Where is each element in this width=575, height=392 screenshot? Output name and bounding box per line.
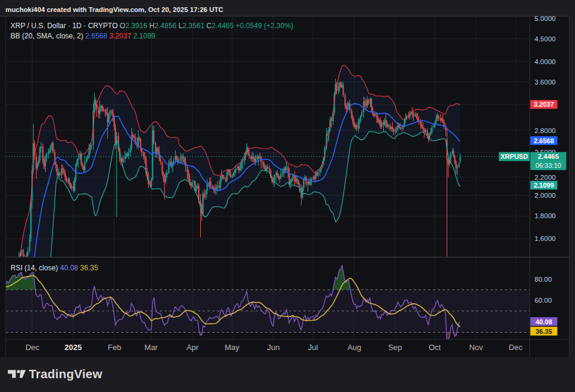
- svg-text:60.00: 60.00: [535, 297, 552, 304]
- svg-text:2.6568: 2.6568: [534, 137, 554, 144]
- svg-text:3.6000: 3.6000: [535, 79, 556, 86]
- svg-text:1.8000: 1.8000: [535, 212, 556, 219]
- svg-text:RSI (14, close) 40.08 36.35: RSI (14, close) 40.08 36.35: [11, 264, 98, 272]
- svg-text:4.0000: 4.0000: [535, 58, 556, 65]
- svg-text:2.1099: 2.1099: [534, 182, 554, 189]
- svg-text:5.0000: 5.0000: [535, 15, 556, 22]
- svg-text:Mar: Mar: [144, 343, 158, 352]
- svg-text:Dec: Dec: [508, 343, 523, 352]
- svg-text:2.8000: 2.8000: [535, 127, 556, 134]
- svg-text:Feb: Feb: [108, 343, 121, 352]
- svg-text:3.2037: 3.2037: [534, 101, 554, 108]
- svg-text:80.00: 80.00: [535, 276, 552, 283]
- svg-text:1.6000: 1.6000: [535, 235, 556, 242]
- svg-text:Aug: Aug: [347, 343, 361, 352]
- svg-text:Jul: Jul: [308, 343, 318, 352]
- svg-text:muchoki404 created with Tradin: muchoki404 created with TradingView.com,…: [5, 6, 223, 13]
- svg-text:Oct: Oct: [429, 343, 441, 352]
- svg-text:Dec: Dec: [25, 343, 40, 352]
- svg-text:4.5000: 4.5000: [535, 35, 556, 43]
- svg-text:06:33:10: 06:33:10: [535, 162, 561, 169]
- svg-text:2.0000: 2.0000: [535, 192, 556, 199]
- svg-text:BB (20, SMA, close, 2) 2.6568: BB (20, SMA, close, 2) 2.6568 3.2037 2.1…: [11, 32, 156, 40]
- svg-text:Jun: Jun: [267, 343, 280, 352]
- svg-text:XRPUSD: XRPUSD: [501, 153, 528, 160]
- svg-text:Apr: Apr: [186, 343, 199, 352]
- svg-text:2025: 2025: [65, 343, 82, 352]
- svg-text:Nov: Nov: [469, 343, 483, 352]
- svg-text:May: May: [225, 343, 240, 352]
- svg-text:2.2000: 2.2000: [535, 174, 556, 181]
- svg-text:36.35: 36.35: [535, 328, 552, 335]
- svg-text:TradingView: TradingView: [29, 367, 103, 381]
- svg-text:40.08: 40.08: [535, 318, 552, 325]
- svg-text:Sep: Sep: [388, 343, 402, 352]
- svg-text:XRP / U.S. Dollar · 1D · CRYPT: XRP / U.S. Dollar · 1D · CRYPTO O2.3916 …: [11, 22, 294, 30]
- svg-text:2.4465: 2.4465: [538, 153, 559, 160]
